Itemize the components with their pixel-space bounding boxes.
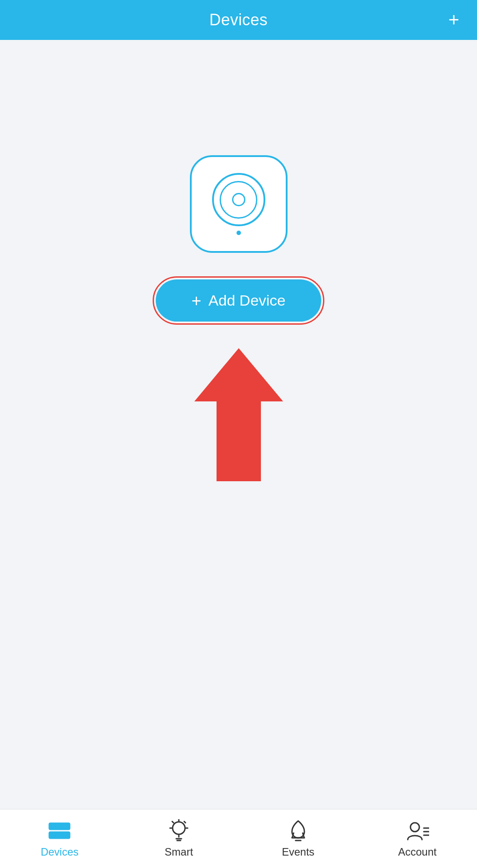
devices-nav-icon — [48, 819, 71, 842]
add-device-plus-icon: + — [191, 292, 201, 309]
svg-line-10 — [172, 821, 173, 823]
svg-line-11 — [184, 821, 185, 823]
smart-nav-label: Smart — [165, 846, 193, 858]
svg-marker-0 — [194, 348, 283, 481]
camera-circle-outer — [212, 173, 265, 226]
camera-dot — [237, 231, 241, 235]
devices-nav-label: Devices — [41, 846, 79, 858]
nav-item-account[interactable]: Account — [358, 819, 477, 858]
account-nav-icon — [406, 819, 429, 842]
svg-point-15 — [410, 823, 419, 832]
nav-item-smart[interactable]: Smart — [119, 819, 239, 858]
nav-item-devices[interactable]: Devices — [0, 819, 119, 858]
app-header: Devices + — [0, 0, 477, 40]
camera-device-icon — [190, 155, 288, 253]
events-nav-label: Events — [282, 846, 314, 858]
red-arrow-icon — [190, 344, 288, 486]
camera-inner-graphic — [212, 173, 265, 235]
svg-rect-4 — [51, 833, 55, 837]
bottom-navigation: Devices Smart Ev — [0, 809, 477, 868]
add-device-label: Add Device — [209, 292, 286, 309]
svg-rect-3 — [51, 825, 55, 828]
page-title: Devices — [209, 11, 268, 29]
events-nav-icon — [287, 819, 310, 842]
main-content: + Add Device — [0, 40, 477, 809]
svg-point-5 — [173, 822, 185, 834]
camera-circle-inner — [232, 193, 245, 206]
smart-nav-icon — [167, 819, 190, 842]
camera-circle-mid — [220, 181, 257, 219]
add-device-button[interactable]: + Add Device — [156, 279, 321, 322]
account-nav-label: Account — [398, 846, 437, 858]
arrow-annotation — [190, 344, 288, 486]
nav-item-events[interactable]: Events — [239, 819, 358, 858]
header-add-button[interactable]: + — [448, 11, 459, 29]
